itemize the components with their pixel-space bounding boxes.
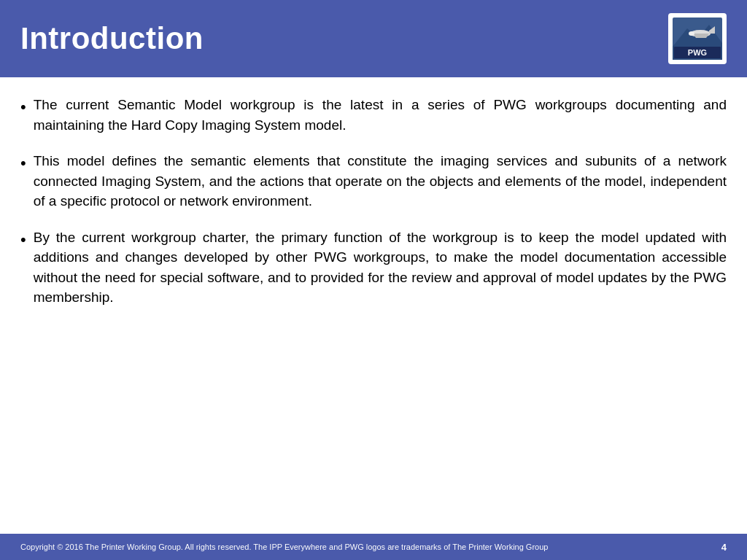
slide: Introduction [0, 0, 747, 560]
bullet-item-2: • This model defines the semantic elemen… [20, 151, 727, 211]
bullet-text-3: By the current workgroup charter, the pr… [34, 228, 727, 308]
bullet-dot-1: • [20, 96, 26, 119]
bullet-dot-3: • [20, 229, 26, 252]
footer-page-number: 4 [721, 542, 727, 553]
bullet-item-1: • The current Semantic Model workgroup i… [20, 95, 727, 135]
svg-point-5 [689, 31, 694, 36]
bullet-text-1: The current Semantic Model workgroup is … [34, 95, 727, 135]
slide-content: • The current Semantic Model workgroup i… [0, 77, 747, 534]
bullet-text-2: This model defines the semantic elements… [34, 151, 727, 211]
pwg-logo: PWG [668, 13, 727, 64]
bullet-dot-2: • [20, 152, 26, 175]
slide-title: Introduction [20, 21, 204, 56]
slide-footer: Copyright © 2016 The Printer Working Gro… [0, 534, 747, 560]
footer-copyright: Copyright © 2016 The Printer Working Gro… [20, 542, 710, 551]
svg-text:PWG: PWG [688, 48, 707, 57]
pwg-logo-svg: PWG [673, 18, 722, 60]
slide-header: Introduction [0, 0, 747, 77]
bullet-item-3: • By the current workgroup charter, the … [20, 228, 727, 308]
